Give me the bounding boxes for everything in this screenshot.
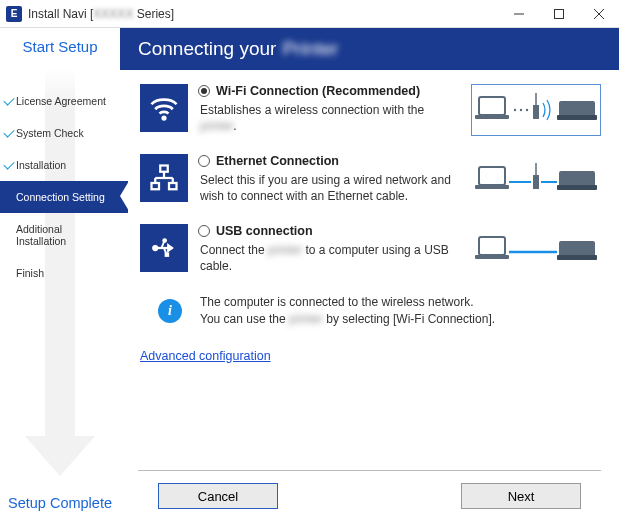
check-icon (3, 158, 14, 169)
step-installation: Installation (0, 149, 120, 181)
svg-point-32 (163, 239, 167, 243)
info-line1: The computer is connected to the wireles… (200, 294, 495, 311)
minimize-button[interactable] (499, 0, 539, 28)
radio-icon (198, 85, 210, 97)
step-label: Additional Installation (16, 223, 66, 247)
svg-point-8 (520, 109, 522, 111)
main-header: Connecting your Printer (120, 28, 619, 70)
radio-ethernet[interactable]: Ethernet Connection (198, 154, 461, 168)
svg-rect-36 (475, 255, 509, 259)
usb-icon (140, 224, 188, 272)
info-blur: printer (289, 312, 323, 326)
step-label: Finish (16, 267, 44, 279)
desc-text: Establishes a wireless connection with t… (200, 103, 424, 117)
svg-rect-28 (557, 185, 597, 190)
option-desc: Establishes a wireless connection with t… (198, 102, 461, 134)
desc-text: Connect the (200, 243, 268, 257)
title-prefix: Install Navi [ (28, 7, 93, 21)
svg-rect-16 (169, 183, 177, 189)
option-title: Wi-Fi Connection (Recommended) (216, 84, 420, 98)
app-icon: E (6, 6, 22, 22)
cancel-button[interactable]: Cancel (158, 483, 278, 509)
option-ethernet[interactable]: Ethernet Connection Select this if you a… (140, 154, 601, 206)
svg-rect-14 (160, 166, 168, 172)
diagram-ethernet (471, 154, 601, 206)
step-label: Connection Setting (16, 191, 105, 203)
header-prefix: Connecting your (138, 38, 276, 60)
option-desc: Connect the printer to a computer using … (198, 242, 461, 274)
info-line2: You can use the printer by selecting [Wi… (200, 311, 495, 328)
step-system-check: System Check (0, 117, 120, 149)
close-button[interactable] (579, 0, 619, 28)
diagram-wifi (471, 84, 601, 136)
info-text-part: You can use the (200, 312, 289, 326)
svg-rect-12 (559, 101, 595, 117)
svg-rect-24 (533, 175, 539, 189)
title-blur: XXXXX (93, 7, 133, 21)
svg-rect-39 (557, 255, 597, 260)
step-label: Installation (16, 159, 66, 171)
radio-wifi[interactable]: Wi-Fi Connection (Recommended) (198, 84, 461, 98)
step-additional-installation: Additional Installation (0, 213, 120, 257)
step-license-agreement: License Agreement (0, 85, 120, 117)
svg-rect-35 (479, 237, 505, 255)
check-icon (3, 94, 14, 105)
option-usb[interactable]: USB connection Connect the printer to a … (140, 224, 601, 276)
svg-point-4 (162, 116, 166, 120)
header-blur: Printer (282, 38, 338, 60)
svg-rect-27 (559, 171, 595, 187)
radio-icon (198, 225, 210, 237)
svg-rect-21 (479, 167, 505, 185)
svg-rect-10 (533, 105, 539, 119)
step-label: System Check (16, 127, 84, 139)
svg-rect-5 (479, 97, 505, 115)
radio-usb[interactable]: USB connection (198, 224, 461, 238)
svg-rect-15 (152, 183, 160, 189)
step-finish: Finish (0, 257, 120, 289)
step-label: License Agreement (16, 95, 106, 107)
desc-blur: printer (268, 243, 302, 257)
svg-rect-1 (555, 9, 564, 18)
svg-rect-13 (557, 115, 597, 120)
sidebar: Start Setup License Agreement System Che… (0, 28, 120, 521)
info-text-part: by selecting [Wi-Fi Connection]. (323, 312, 495, 326)
step-list: License Agreement System Check Installat… (0, 61, 120, 289)
desc-text: . (233, 119, 236, 133)
advanced-configuration-link[interactable]: Advanced configuration (140, 349, 271, 363)
radio-icon (198, 155, 210, 167)
svg-point-9 (526, 109, 528, 111)
next-button[interactable]: Next (461, 483, 581, 509)
footer: Cancel Next (138, 470, 601, 521)
svg-rect-22 (475, 185, 509, 189)
option-title: USB connection (216, 224, 313, 238)
info-text: The computer is connected to the wireles… (200, 294, 495, 328)
ethernet-icon (140, 154, 188, 202)
setup-complete-label: Setup Complete (0, 495, 120, 511)
option-title: Ethernet Connection (216, 154, 339, 168)
info-row: i The computer is connected to the wirel… (158, 294, 601, 328)
main-panel: Connecting your Printer Wi-Fi Connection… (120, 28, 619, 521)
desc-blur: printer (200, 119, 233, 133)
option-wifi[interactable]: Wi-Fi Connection (Recommended) Establish… (140, 84, 601, 136)
start-setup-label: Start Setup (0, 28, 120, 61)
svg-rect-6 (475, 115, 509, 119)
svg-point-7 (514, 109, 516, 111)
titlebar: E Install Navi [XXXXX Series] (0, 0, 619, 28)
window-title: Install Navi [XXXXX Series] (28, 7, 174, 21)
svg-rect-38 (559, 241, 595, 257)
svg-rect-34 (165, 253, 168, 256)
check-icon (3, 126, 14, 137)
option-desc: Select this if you are using a wired net… (198, 172, 461, 204)
title-suffix: Series] (133, 7, 174, 21)
wifi-icon (140, 84, 188, 132)
step-connection-setting: Connection Setting (0, 181, 128, 213)
info-icon: i (158, 299, 182, 323)
main-content: Wi-Fi Connection (Recommended) Establish… (120, 70, 619, 470)
window-controls (499, 0, 619, 28)
diagram-usb (471, 224, 601, 276)
maximize-button[interactable] (539, 0, 579, 28)
